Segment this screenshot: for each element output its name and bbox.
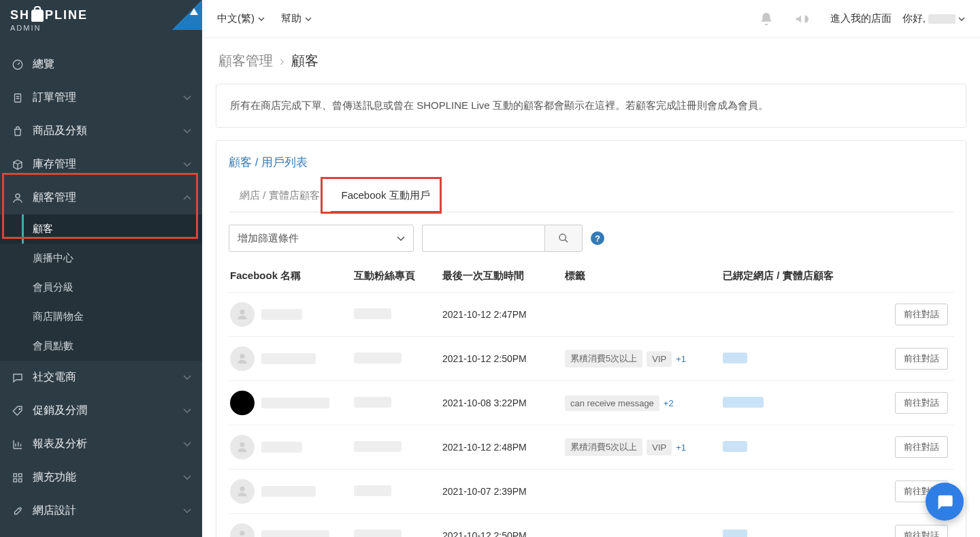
nav-sub-item-2[interactable]: 會員分級	[0, 273, 202, 302]
table-row[interactable]: 2021-10-12 2:48PM 累積消費5次以上VIP+1 前往對話	[229, 425, 953, 469]
last-interaction-time: 2021-10-12 2:48PM	[442, 442, 565, 453]
svg-rect-4	[14, 474, 17, 477]
enter-store-link[interactable]: 進入我的店面	[830, 12, 892, 25]
search-icon	[558, 233, 569, 244]
chevron-down-icon	[183, 162, 191, 167]
tag: VIP	[647, 440, 672, 455]
avatar	[230, 435, 255, 459]
go-to-chat-button[interactable]: 前往對話	[895, 304, 948, 325]
nav-item-9[interactable]: 網店設計	[0, 494, 202, 527]
nav-label: 庫存管理	[33, 157, 76, 172]
fb-name-redacted	[261, 397, 329, 408]
tabs: 網店 / 實體店顧客 Facebook 互動用戶	[229, 182, 953, 212]
nav-sub-item-4[interactable]: 會員點數	[0, 331, 202, 361]
go-to-chat-button[interactable]: 前往對話	[895, 525, 948, 537]
breadcrumb: 顧客管理 › 顧客	[202, 38, 980, 84]
avatar	[230, 302, 255, 327]
topbar: 中文(繁) 幫助 進入我的店面 你好,	[202, 0, 980, 38]
nav-label: 促銷及分潤	[33, 404, 87, 418]
nav-item-1[interactable]: 訂單管理	[0, 81, 202, 114]
help-menu[interactable]: 幫助	[281, 12, 312, 25]
go-to-chat-button[interactable]: 前往對話	[895, 392, 948, 414]
logo-text-2: PLINE	[45, 8, 88, 22]
info-banner: 所有在商店完成下單、曾傳送訊息或曾在 SHOPLINE Live 互動的顧客都會…	[216, 84, 966, 128]
go-to-chat-button[interactable]: 前往對話	[895, 436, 948, 458]
chevron-down-icon	[183, 375, 191, 380]
nav-item-3[interactable]: 庫存管理	[0, 148, 202, 181]
announcement-megaphone-icon[interactable]	[794, 11, 810, 27]
search-button[interactable]	[544, 225, 583, 252]
breadcrumb-parent[interactable]: 顧客管理	[218, 52, 273, 70]
user-name-redacted	[928, 14, 956, 24]
avatar	[230, 346, 255, 371]
nav-label: 網店設計	[33, 504, 76, 518]
sidebar-corner-flag	[172, 0, 202, 30]
chevron-down-icon	[958, 17, 965, 21]
bag-icon	[11, 125, 24, 138]
table-row[interactable]: 2021-10-07 2:39PM 前往對話	[229, 469, 953, 513]
nav-item-0[interactable]: 總覽	[0, 48, 202, 81]
go-to-chat-button[interactable]: 前往對話	[895, 348, 948, 370]
bound-customer-redacted	[723, 530, 747, 538]
tag: 累積消費5次以上	[565, 350, 642, 368]
nav-item-8[interactable]: 擴充功能	[0, 461, 202, 494]
last-interaction-time: 2021-10-12 2:47PM	[442, 309, 565, 320]
tag-more[interactable]: +1	[676, 442, 686, 453]
chat-fab[interactable]	[926, 483, 964, 521]
cube-icon	[11, 158, 24, 172]
tag-more[interactable]: +1	[676, 354, 686, 364]
nav-sub-item-1[interactable]: 廣播中心	[0, 244, 202, 273]
notification-bell-icon[interactable]	[758, 11, 774, 27]
nav-label: 社交電商	[33, 370, 76, 385]
gauge-icon	[11, 58, 24, 71]
nav-sub-item-3[interactable]: 商店購物金	[0, 302, 202, 331]
fb-name-redacted	[261, 486, 316, 497]
svg-point-8	[559, 234, 566, 240]
table-row[interactable]: 2021-10-08 3:22PM can receive message+2 …	[229, 380, 953, 425]
chevron-down-icon	[183, 442, 191, 446]
fan-page-redacted	[354, 397, 391, 408]
svg-line-9	[565, 240, 568, 242]
search-input[interactable]	[422, 225, 544, 252]
table-row[interactable]: 2021-10-12 2:47PM 前往對話	[229, 292, 953, 336]
tab-store-customers[interactable]: 網店 / 實體店顧客	[229, 182, 331, 212]
filter-select[interactable]: 增加篩選條件	[229, 225, 414, 252]
main: 中文(繁) 幫助 進入我的店面 你好,	[202, 0, 980, 537]
fb-name-redacted	[261, 309, 302, 320]
avatar	[230, 479, 255, 504]
help-tooltip-icon[interactable]: ?	[591, 231, 604, 245]
filter-placeholder: 增加篩選條件	[238, 232, 299, 245]
chevron-down-icon	[258, 17, 265, 21]
content: 顧客管理 › 顧客 所有在商店完成下單、曾傳送訊息或曾在 SHOPLINE Li…	[202, 38, 980, 537]
user-icon	[11, 191, 24, 205]
fan-page-redacted	[354, 485, 391, 496]
tag: 累積消費5次以上	[565, 438, 642, 456]
nav-item-5[interactable]: 社交電商	[0, 361, 202, 394]
table-row[interactable]: 2021-10-12 2:50PM 累積消費5次以上VIP+1 前往對話	[229, 336, 953, 380]
nav-item-7[interactable]: 報表及分析	[0, 427, 202, 461]
tab-facebook-users[interactable]: Facebook 互動用戶	[331, 182, 441, 212]
table-row[interactable]: 2021-10-12 2:50PM 前往對話	[229, 513, 953, 537]
nav-sub-item-0[interactable]: 顧客	[0, 214, 202, 244]
customer-list-card: 顧客 / 用戶列表 網店 / 實體店顧客 Facebook 互動用戶 增加篩選條…	[216, 140, 966, 537]
nav-item-6[interactable]: 促銷及分潤	[0, 394, 202, 427]
last-interaction-time: 2021-10-12 2:50PM	[442, 530, 565, 537]
svg-rect-6	[14, 478, 17, 482]
table-header: Facebook 名稱 互動粉絲專頁 最後一次互動時間 標籤 已綁定網店 / 實…	[229, 263, 953, 292]
grid-icon	[11, 471, 24, 485]
svg-rect-5	[19, 474, 22, 477]
user-menu[interactable]: 你好,	[902, 12, 965, 25]
chevron-down-icon	[397, 236, 405, 241]
nav-item-2[interactable]: 商品及分類	[0, 114, 202, 148]
logo-subtext: ADMIN	[10, 24, 192, 32]
bound-customer-redacted	[723, 353, 747, 363]
nav-label: 擴充功能	[33, 470, 76, 485]
tag-more[interactable]: +2	[664, 398, 674, 408]
language-selector[interactable]: 中文(繁)	[217, 12, 265, 25]
nav: 總覽 訂單管理 商品及分類 庫存管理 顧客管理 顧客廣播中心會員分級商店購物金會…	[0, 48, 202, 527]
nav-item-4[interactable]: 顧客管理	[0, 181, 202, 214]
bound-customer-redacted	[723, 397, 764, 408]
chevron-down-icon	[183, 129, 191, 133]
nav-label: 總覽	[33, 57, 54, 71]
customer-table: Facebook 名稱 互動粉絲專頁 最後一次互動時間 標籤 已綁定網店 / 實…	[229, 263, 953, 537]
